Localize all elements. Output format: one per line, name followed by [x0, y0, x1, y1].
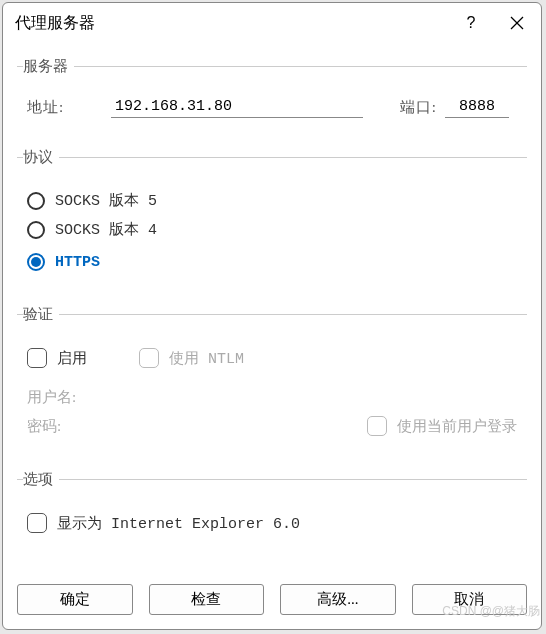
current-user-label: 使用当前用户登录: [397, 417, 517, 436]
enable-checkbox-wrap[interactable]: 启用: [27, 348, 87, 368]
advanced-button[interactable]: 高级...: [280, 584, 396, 615]
server-group: 服务器 地址: 端口:: [17, 57, 527, 130]
address-input[interactable]: [111, 96, 363, 118]
radio-icon: [27, 221, 45, 239]
button-row: 确定 检查 高级... 取消: [3, 574, 541, 629]
options-legend: 选项: [23, 470, 59, 489]
cancel-button[interactable]: 取消: [412, 584, 528, 615]
auth-legend: 验证: [23, 305, 59, 324]
protocol-legend: 协议: [23, 148, 59, 167]
close-icon[interactable]: [505, 11, 529, 35]
port-label: 端口:: [381, 98, 437, 117]
username-label: 用户名:: [27, 388, 107, 407]
radio-socks5[interactable]: SOCKS 版本 5: [27, 191, 517, 210]
radio-label-socks5: SOCKS 版本 5: [55, 191, 157, 210]
enable-label: 启用: [57, 349, 87, 368]
checkbox-icon: [27, 513, 47, 533]
auth-group: 验证 启用 使用 NTLM 用户名: 密码:: [17, 305, 527, 452]
checkbox-icon: [367, 416, 387, 436]
dialog-content: 服务器 地址: 端口: 协议 SOCKS 版本 5 SOCKS 版本 4 HTT…: [3, 41, 541, 574]
titlebar-buttons: ?: [459, 11, 529, 35]
port-input[interactable]: [445, 96, 509, 118]
options-group: 选项 显示为 Internet Explorer 6.0: [17, 470, 527, 549]
password-row: 密码:: [27, 417, 357, 436]
radio-icon: [27, 192, 45, 210]
address-label: 地址:: [27, 98, 111, 117]
ntlm-checkbox-wrap[interactable]: 使用 NTLM: [139, 348, 244, 368]
radio-socks4[interactable]: SOCKS 版本 4: [27, 220, 517, 239]
protocol-group: 协议 SOCKS 版本 5 SOCKS 版本 4 HTTPS: [17, 148, 527, 287]
password-label: 密码:: [27, 417, 107, 436]
ok-button[interactable]: 确定: [17, 584, 133, 615]
current-user-checkbox-wrap[interactable]: 使用当前用户登录: [367, 416, 517, 436]
radio-https[interactable]: HTTPS: [27, 253, 517, 271]
radio-icon: [27, 253, 45, 271]
proxy-dialog: 代理服务器 ? 服务器 地址: 端口: 协议 SOCKS 版本 5: [2, 2, 542, 630]
ie6-label: 显示为 Internet Explorer 6.0: [57, 514, 300, 533]
checkbox-icon: [139, 348, 159, 368]
dialog-title: 代理服务器: [15, 13, 459, 34]
radio-label-https: HTTPS: [55, 254, 100, 271]
check-button[interactable]: 检查: [149, 584, 265, 615]
auth-right-col: 使用当前用户登录: [367, 378, 517, 446]
radio-label-socks4: SOCKS 版本 4: [55, 220, 157, 239]
titlebar: 代理服务器 ?: [3, 3, 541, 41]
server-row: 地址: 端口:: [27, 96, 517, 118]
auth-enable-row: 启用 使用 NTLM: [27, 348, 517, 368]
ntlm-label: 使用 NTLM: [169, 349, 244, 368]
server-legend: 服务器: [23, 57, 74, 76]
auth-fields: 用户名: 密码: 使用当前用户登录: [27, 378, 517, 446]
username-row: 用户名:: [27, 388, 357, 407]
help-icon[interactable]: ?: [459, 11, 483, 35]
ie6-checkbox-wrap[interactable]: 显示为 Internet Explorer 6.0: [27, 513, 517, 533]
checkbox-icon: [27, 348, 47, 368]
auth-left-col: 用户名: 密码:: [27, 378, 357, 446]
